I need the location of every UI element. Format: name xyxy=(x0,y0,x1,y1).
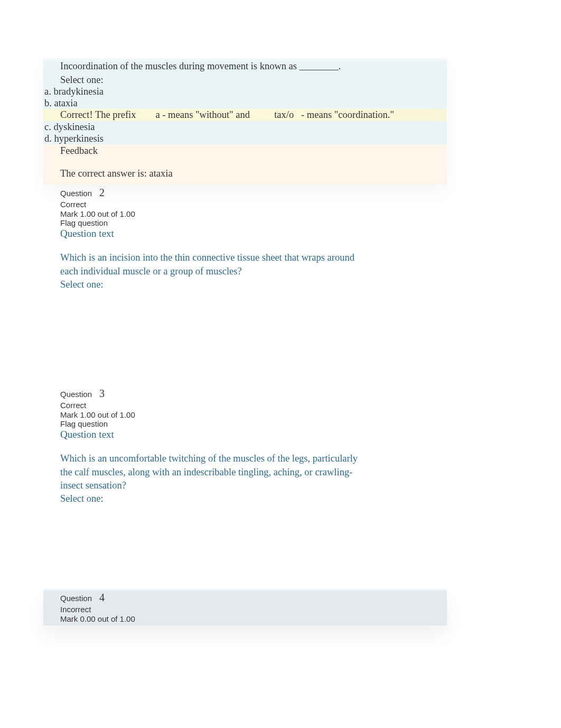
q1-select-one: Select one: xyxy=(43,75,447,86)
q3-select-one: Select one: xyxy=(43,493,447,504)
q1-option-b[interactable]: b. ataxia xyxy=(43,98,447,109)
q1-feedback-block: Feedback The correct answer is: ataxia xyxy=(43,144,447,185)
question-number: 3 xyxy=(99,388,105,400)
question-label: Question xyxy=(60,189,92,198)
question-number: 2 xyxy=(99,187,105,199)
q1-correct-feedback: Correct! The prefix a - means "without" … xyxy=(43,109,447,121)
flag-question-link[interactable]: Flag question xyxy=(60,218,447,227)
question-status: Correct xyxy=(60,200,447,209)
question-text-heading: Question text xyxy=(43,228,447,239)
question-mark: Mark 1.00 out of 1.00 xyxy=(60,410,447,419)
question-status: Incorrect xyxy=(60,605,447,614)
question-status: Correct xyxy=(60,401,447,410)
q1-option-a[interactable]: a. bradykinesia xyxy=(43,86,447,97)
question-label: Question xyxy=(60,390,92,399)
q3-prompt: Which is an uncomfortable twitching of t… xyxy=(43,452,366,493)
question-3-header: Question 3 Correct Mark 1.00 out of 1.00… xyxy=(43,385,447,428)
correct-answer-text: The correct answer is: ataxia xyxy=(60,168,447,179)
question-2-header: Question 2 Correct Mark 1.00 out of 1.00… xyxy=(43,185,447,227)
flag-question-link[interactable]: Flag question xyxy=(60,419,447,428)
question-1-block: Incoordination of the muscles during mov… xyxy=(43,57,447,185)
question-mark: Mark 0.00 out of 1.00 xyxy=(60,614,447,623)
question-number: 4 xyxy=(99,592,105,604)
q1-option-d[interactable]: d. hyperkinesis xyxy=(43,133,447,144)
spacer xyxy=(43,504,447,588)
question-label: Question xyxy=(60,594,92,603)
question-4-block: Question 4 Incorrect Mark 0.00 out of 1.… xyxy=(43,588,447,625)
q2-prompt: Which is an incision into the thin conne… xyxy=(43,251,360,279)
spacer xyxy=(43,290,447,385)
question-text-heading: Question text xyxy=(43,429,447,440)
question-mark: Mark 1.00 out of 1.00 xyxy=(60,209,447,218)
q1-option-c[interactable]: c. dyskinesia xyxy=(43,122,447,133)
q1-prompt: Incoordination of the muscles during mov… xyxy=(43,60,447,73)
page-content: Incoordination of the muscles during mov… xyxy=(43,57,447,625)
feedback-heading: Feedback xyxy=(60,145,447,156)
q2-select-one: Select one: xyxy=(43,279,447,290)
